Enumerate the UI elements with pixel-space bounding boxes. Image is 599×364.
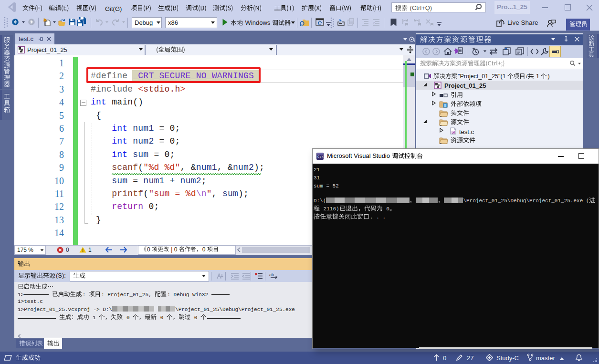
svg-text:ab: ab (269, 272, 274, 277)
svg-text:C:\: C:\ (317, 155, 324, 159)
svg-text:2: 2 (373, 21, 375, 25)
